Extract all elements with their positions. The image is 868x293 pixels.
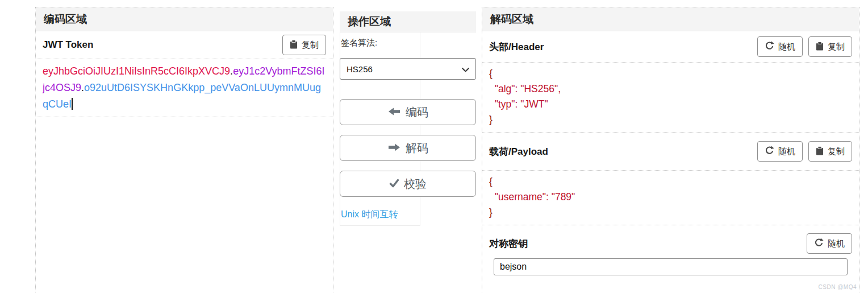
json-line: "alg": "HS256",	[489, 81, 852, 97]
payload-json-editor[interactable]: { "username": "789" }	[482, 170, 859, 225]
header-section-label: 头部/Header	[489, 40, 544, 53]
refresh-icon	[814, 238, 824, 249]
clipboard-icon	[816, 42, 824, 52]
operation-panel: 操作区域 签名算法: HS256 编码 解码	[340, 11, 420, 226]
payload-section-buttons: 随机 复制	[757, 141, 852, 162]
encode-panel-header: 编码区域	[36, 7, 333, 31]
token-copy-button[interactable]: 复制	[282, 35, 326, 55]
encode-panel: 编码区域 JWT Token 复制 eyJhbGciOiJIUzI1NiIsIn…	[35, 7, 333, 293]
token-header-segment: eyJhbGciOiJIUzI1NiIsInR5cCI6IkpXVCJ9	[43, 65, 230, 77]
clipboard-icon	[816, 146, 824, 157]
secret-label: 对称密钥	[489, 237, 528, 250]
jwt-token-input[interactable]: eyJhbGciOiJIUzI1NiIsInR5cCI6IkpXVCJ9.eyJ…	[36, 59, 333, 117]
payload-section-label: 载荷/Payload	[489, 145, 548, 158]
json-line: }	[489, 205, 852, 220]
jwt-token-label: JWT Token	[43, 39, 93, 51]
token-copy-label: 复制	[302, 40, 319, 51]
json-line: "typ": "JWT"	[489, 97, 852, 112]
encode-panel-title: 编码区域	[44, 12, 87, 27]
secret-random-label: 随机	[828, 238, 845, 249]
token-signature-segment: o92uUtD6ISYSKHnGKkpp_peVVaOnLUUymnMUugqC…	[43, 82, 321, 110]
secret-key-input[interactable]	[494, 258, 848, 275]
decode-panel-header: 解码区域	[482, 7, 859, 31]
payload-random-label: 随机	[778, 146, 795, 157]
jwt-tool-page: 编码区域 JWT Token 复制 eyJhbGciOiJIUzI1NiIsIn…	[0, 0, 868, 293]
refresh-icon	[765, 146, 774, 157]
clipboard-icon	[290, 40, 298, 51]
algorithm-select[interactable]: HS256	[340, 58, 476, 80]
payload-section-row: 载荷/Payload 随机 复制	[482, 133, 859, 170]
operation-panel-title: 操作区域	[348, 14, 391, 29]
header-json-editor[interactable]: { "alg": "HS256", "typ": "JWT" }	[482, 62, 859, 133]
decode-panel-title: 解码区域	[490, 12, 533, 27]
csdn-watermark: CSDN @MQ4	[819, 284, 857, 290]
encode-button-label: 编码	[406, 105, 428, 120]
unix-time-link[interactable]: Unix 时间互转	[341, 209, 398, 221]
operation-panel-content: 操作区域 签名算法: HS256 编码 解码	[340, 11, 476, 226]
decode-button-label: 解码	[406, 141, 428, 156]
check-icon	[389, 178, 399, 191]
header-random-button[interactable]: 随机	[757, 36, 803, 57]
payload-copy-button[interactable]: 复制	[808, 141, 852, 162]
header-random-label: 随机	[778, 42, 795, 52]
payload-copy-label: 复制	[828, 146, 845, 157]
algorithm-label: 签名算法:	[341, 38, 476, 48]
json-line: }	[489, 112, 852, 127]
arrow-left-icon	[387, 106, 401, 119]
header-copy-button[interactable]: 复制	[808, 36, 852, 57]
secret-section-row: 对称密钥 随机	[482, 225, 859, 257]
verify-button[interactable]: 校验	[340, 171, 476, 197]
secret-random-button[interactable]: 随机	[807, 233, 852, 254]
verify-button-label: 校验	[404, 176, 427, 192]
header-section-row: 头部/Header 随机 复制	[482, 31, 859, 62]
operation-panel-header: 操作区域	[340, 11, 476, 32]
encode-button[interactable]: 编码	[340, 99, 476, 125]
refresh-icon	[765, 41, 774, 52]
json-line: "username": "789"	[489, 189, 852, 205]
json-line: {	[489, 66, 852, 81]
header-copy-label: 复制	[828, 42, 845, 52]
payload-random-button[interactable]: 随机	[757, 141, 803, 162]
decode-button[interactable]: 解码	[340, 135, 476, 161]
decode-panel: 解码区域 头部/Header 随机 复制 {	[482, 7, 859, 293]
jwt-token-row: JWT Token 复制	[36, 31, 333, 59]
algorithm-selected-value: HS256	[347, 64, 373, 74]
chevron-down-icon	[462, 64, 469, 74]
arrow-right-icon	[387, 142, 401, 155]
json-line: {	[489, 174, 852, 189]
header-section-buttons: 随机 复制	[757, 36, 852, 57]
text-cursor	[72, 98, 73, 110]
